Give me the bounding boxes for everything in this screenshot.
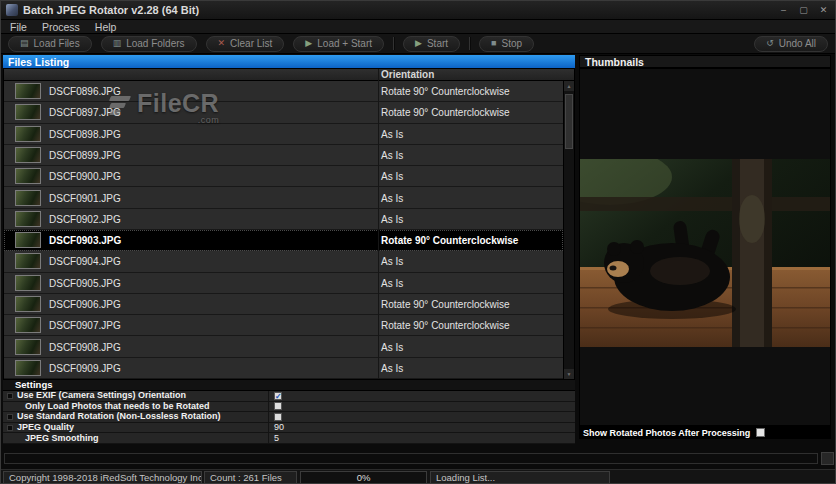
progress-side-button[interactable] <box>821 452 834 465</box>
menubar: File Process Help <box>1 20 835 34</box>
file-name: DSCF0902.JPG <box>49 213 121 224</box>
load-start-button[interactable]: ▶ Load + Start <box>293 36 384 52</box>
file-orientation: As Is <box>381 192 403 203</box>
show-rotated-row: Show Rotated Photos After Processing <box>579 426 831 439</box>
close-button[interactable]: ✕ <box>817 3 830 17</box>
setting-value-cell: 5 <box>268 433 388 443</box>
vertical-scrollbar[interactable]: ▲ ▼ <box>563 81 574 379</box>
menu-file[interactable]: File <box>10 21 27 33</box>
file-thumbnail-icon <box>15 168 41 184</box>
clear-list-label: Clear List <box>230 38 272 49</box>
stop-button[interactable]: ■ Stop <box>479 36 534 52</box>
files-listing-header: Files Listing <box>3 55 575 68</box>
menu-help[interactable]: Help <box>95 21 117 33</box>
file-row[interactable]: DSCF0898.JPGAs Is <box>4 124 563 145</box>
load-start-icon: ▶ <box>305 39 312 48</box>
setting-value[interactable]: 5 <box>274 434 279 443</box>
maximize-button[interactable]: ▢ <box>797 3 810 17</box>
file-row[interactable]: DSCF0897.JPGRotate 90° Counterclockwise <box>4 102 563 123</box>
scroll-up-button[interactable]: ▲ <box>564 81 574 91</box>
file-row[interactable]: DSCF0902.JPGAs Is <box>4 209 563 230</box>
file-name: DSCF0898.JPG <box>49 128 121 139</box>
file-row[interactable]: DSCF0907.JPGRotate 90° Counterclockwise <box>4 315 563 336</box>
start-label: Start <box>427 38 448 49</box>
status-progress-track: 0% <box>301 472 426 483</box>
file-row[interactable]: DSCF0899.JPGAs Is <box>4 145 563 166</box>
file-name: DSCF0908.JPG <box>49 341 121 352</box>
show-rotated-checkbox[interactable] <box>756 428 765 437</box>
main-progress-bar <box>4 453 818 464</box>
setting-row: JPEG Quality90 <box>3 423 575 434</box>
window-controls: – ▢ ✕ <box>777 3 830 17</box>
clear-list-button[interactable]: ✕ Clear List <box>206 36 285 52</box>
setting-value-cell <box>268 402 388 412</box>
file-row[interactable]: DSCF0909.JPGAs Is <box>4 358 563 379</box>
file-orientation: Rotate 90° Counterclockwise <box>381 86 510 97</box>
file-thumbnail-icon <box>15 296 41 312</box>
stop-icon: ■ <box>491 39 496 48</box>
file-thumbnail-icon <box>15 126 41 142</box>
files-table-header: Orientation <box>4 69 574 81</box>
file-thumbnail-icon <box>15 83 41 99</box>
files-table-body: DSCF0896.JPGRotate 90° CounterclockwiseD… <box>4 81 563 379</box>
file-name: DSCF0901.JPG <box>49 192 121 203</box>
status-file-count: Count : 261 Files <box>204 471 297 484</box>
file-thumbnail-icon <box>15 339 41 355</box>
setting-checkbox[interactable] <box>274 402 282 410</box>
status-progress: 0% <box>300 471 427 484</box>
status-message: Loading List... <box>430 471 610 484</box>
files-listing-title: Files Listing <box>8 56 69 68</box>
file-thumbnail-icon <box>15 253 41 269</box>
load-files-button[interactable]: ▤ Load Files <box>8 36 92 52</box>
start-button[interactable]: ▶ Start <box>403 36 460 52</box>
setting-value[interactable]: 90 <box>274 423 284 432</box>
scroll-down-button[interactable]: ▼ <box>564 369 574 379</box>
undo-all-label: Undo All <box>779 38 816 49</box>
file-thumbnail-icon <box>15 190 41 206</box>
preview-area <box>579 68 831 426</box>
file-name: DSCF0899.JPG <box>49 149 121 160</box>
setting-value-cell: 90 <box>268 423 388 433</box>
file-name: DSCF0897.JPG <box>49 107 121 118</box>
minimize-button[interactable]: – <box>777 3 790 17</box>
tree-node-icon[interactable] <box>7 393 13 399</box>
file-name: DSCF0900.JPG <box>49 171 121 182</box>
setting-checkbox[interactable] <box>274 413 282 421</box>
thumbnails-title: Thumbnails <box>585 56 644 68</box>
setting-label: Use Standard Rotation (Non-Lossless Rota… <box>17 412 221 421</box>
tree-node-icon[interactable] <box>7 414 13 420</box>
file-row[interactable]: DSCF0901.JPGAs Is <box>4 187 563 208</box>
file-orientation: As Is <box>381 362 403 373</box>
orientation-column-header[interactable]: Orientation <box>381 69 434 81</box>
setting-checkbox[interactable]: ✓ <box>274 392 282 400</box>
tree-node-icon[interactable] <box>7 425 13 431</box>
file-thumbnail-icon <box>15 317 41 333</box>
file-thumbnail-icon <box>15 211 41 227</box>
titlebar: Batch JPEG Rotator v2.28 (64 Bit) – ▢ ✕ <box>1 1 835 20</box>
status-copyright: Copyright 1998-2018 iRedSoft Technology … <box>3 471 202 484</box>
menu-process[interactable]: Process <box>42 21 80 33</box>
load-folders-button[interactable]: ▥ Load Folders <box>101 36 197 52</box>
load-folders-icon: ▥ <box>113 39 122 48</box>
undo-all-icon: ↺ <box>766 39 774 48</box>
file-row[interactable]: DSCF0908.JPGAs Is <box>4 336 563 357</box>
load-files-icon: ▤ <box>20 39 29 48</box>
file-row[interactable]: DSCF0906.JPGRotate 90° Counterclockwise <box>4 294 563 315</box>
scrollbar-thumb[interactable] <box>565 94 573 149</box>
file-orientation: Rotate 90° Counterclockwise <box>381 298 510 309</box>
file-row[interactable]: DSCF0903.JPGRotate 90° Counterclockwise <box>4 230 563 251</box>
file-name: DSCF0904.JPG <box>49 256 121 267</box>
undo-all-button[interactable]: ↺ Undo All <box>754 36 828 52</box>
file-name: DSCF0905.JPG <box>49 277 121 288</box>
file-row[interactable]: DSCF0896.JPGRotate 90° Counterclockwise <box>4 81 563 102</box>
load-files-label: Load Files <box>34 38 80 49</box>
app-icon <box>6 4 18 16</box>
file-name: DSCF0909.JPG <box>49 362 121 373</box>
file-orientation: As Is <box>381 341 403 352</box>
file-orientation: Rotate 90° Counterclockwise <box>381 235 518 246</box>
file-row[interactable]: DSCF0905.JPGAs Is <box>4 273 563 294</box>
file-thumbnail-icon <box>15 232 41 248</box>
file-orientation: As Is <box>381 277 403 288</box>
file-row[interactable]: DSCF0904.JPGAs Is <box>4 251 563 272</box>
file-row[interactable]: DSCF0900.JPGAs Is <box>4 166 563 187</box>
